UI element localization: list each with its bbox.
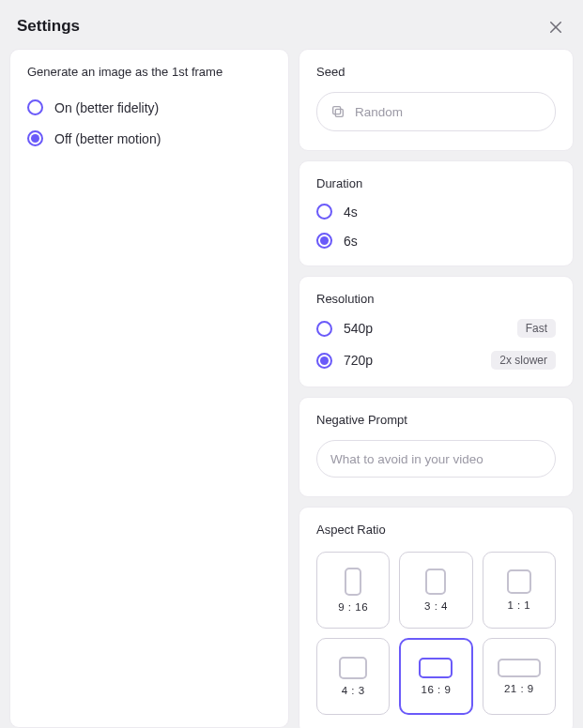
- aspect-shape-icon: [498, 659, 541, 677]
- speed-chip: Fast: [517, 319, 556, 338]
- aspect-ratio-4-3[interactable]: 4 : 3: [316, 638, 390, 715]
- aspect-shape-icon: [345, 568, 361, 596]
- aspect-ratio-label: Aspect Ratio: [316, 523, 556, 537]
- first-frame-label: Generate an image as the 1st frame: [27, 65, 271, 79]
- radio-label: 720p: [344, 353, 373, 368]
- radio-resolution-540p[interactable]: 540p Fast: [316, 319, 556, 338]
- speed-chip: 2x slower: [491, 351, 556, 370]
- aspect-shape-icon: [425, 569, 446, 595]
- dialog-title: Settings: [17, 17, 80, 36]
- copy-icon: [330, 104, 345, 119]
- aspect-ratio-label-text: 3 : 4: [424, 600, 448, 612]
- dialog-header: Settings: [0, 0, 583, 38]
- duration-options: 4s 6s: [316, 204, 556, 249]
- radio-duration-4s[interactable]: 4s: [316, 204, 556, 220]
- first-frame-options: On (better fidelity) Off (better motion): [27, 99, 271, 146]
- aspect-shape-icon: [419, 658, 453, 678]
- dialog-body: Generate an image as the 1st frame On (b…: [0, 38, 583, 728]
- aspect-ratio-label-text: 21 : 9: [504, 683, 534, 694]
- aspect-ratio-label-text: 16 : 9: [422, 684, 452, 695]
- negative-prompt-input[interactable]: What to avoid in your video: [316, 440, 556, 478]
- radio-first-frame-off[interactable]: Off (better motion): [27, 130, 271, 146]
- seed-input[interactable]: Random: [316, 92, 556, 131]
- aspect-ratio-label-text: 4 : 3: [342, 685, 365, 696]
- duration-label: Duration: [316, 176, 556, 190]
- aspect-shape-icon: [507, 569, 531, 594]
- radio-resolution-720p[interactable]: 720p 2x slower: [316, 351, 556, 370]
- aspect-ratio-21-9[interactable]: 21 : 9: [483, 638, 556, 715]
- radio-icon: [316, 233, 332, 249]
- radio-icon: [316, 353, 332, 369]
- resolution-panel: Resolution 540p Fast 720p 2x slower: [299, 276, 574, 387]
- right-column: Seed Random Duration 4s: [299, 49, 574, 728]
- radio-duration-6s[interactable]: 6s: [316, 233, 556, 249]
- aspect-ratio-grid: 9 : 16 3 : 4 1 : 1 4 : 3: [316, 552, 556, 715]
- first-frame-panel: Generate an image as the 1st frame On (b…: [9, 49, 289, 728]
- svg-rect-3: [333, 107, 341, 114]
- seed-label: Seed: [316, 65, 556, 79]
- radio-icon: [316, 321, 332, 337]
- aspect-ratio-label-text: 9 : 16: [338, 601, 368, 613]
- aspect-ratio-label-text: 1 : 1: [507, 599, 530, 611]
- close-button[interactable]: [545, 17, 566, 38]
- radio-label: 4s: [344, 205, 358, 220]
- radio-icon: [27, 99, 43, 115]
- seed-placeholder: Random: [355, 105, 403, 119]
- resolution-options: 540p Fast 720p 2x slower: [316, 319, 556, 370]
- aspect-ratio-panel: Aspect Ratio 9 : 16 3 : 4 1 : 1: [299, 507, 574, 728]
- radio-first-frame-on[interactable]: On (better fidelity): [27, 99, 271, 115]
- aspect-shape-icon: [339, 657, 367, 679]
- close-icon: [547, 19, 564, 36]
- radio-icon: [27, 130, 43, 146]
- radio-icon: [316, 204, 332, 220]
- radio-label: 540p: [344, 321, 373, 336]
- radio-label: On (better fidelity): [54, 100, 159, 115]
- settings-dialog: Settings Generate an image as the 1st fr…: [0, 0, 583, 728]
- duration-panel: Duration 4s 6s: [299, 160, 574, 266]
- negative-prompt-placeholder: What to avoid in your video: [330, 452, 483, 466]
- left-column: Generate an image as the 1st frame On (b…: [9, 49, 289, 728]
- radio-label: Off (better motion): [54, 131, 161, 146]
- resolution-label: Resolution: [316, 292, 556, 306]
- aspect-ratio-1-1[interactable]: 1 : 1: [483, 552, 556, 629]
- aspect-ratio-3-4[interactable]: 3 : 4: [399, 552, 472, 629]
- negative-prompt-label: Negative Prompt: [316, 413, 556, 427]
- radio-label: 6s: [344, 234, 358, 249]
- svg-rect-2: [335, 109, 343, 116]
- seed-panel: Seed Random: [299, 49, 574, 151]
- negative-prompt-panel: Negative Prompt What to avoid in your vi…: [299, 397, 574, 497]
- aspect-ratio-9-16[interactable]: 9 : 16: [316, 552, 390, 629]
- aspect-ratio-16-9[interactable]: 16 : 9: [399, 638, 472, 715]
